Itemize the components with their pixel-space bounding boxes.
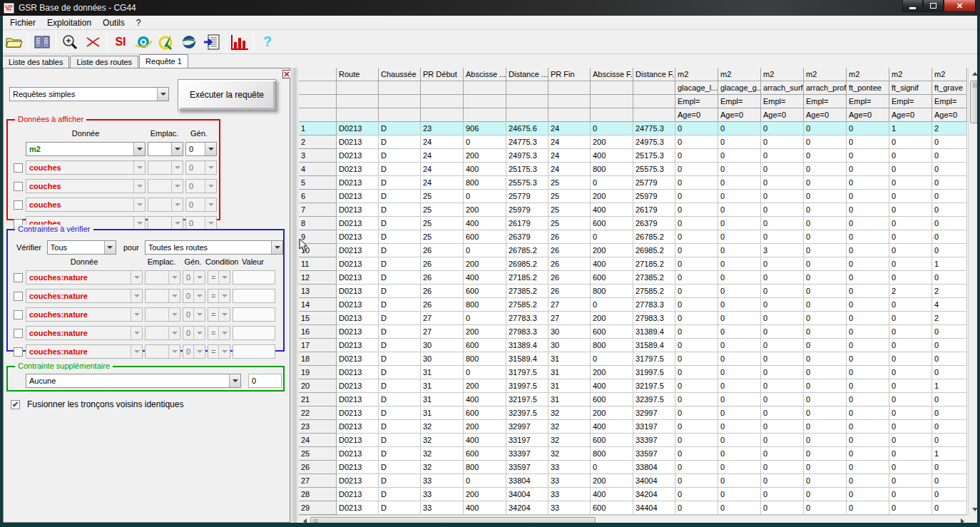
table-cell[interactable]: 0 — [718, 285, 761, 298]
table-cell[interactable]: 0 — [761, 257, 804, 271]
table-cell[interactable]: 0 — [847, 190, 889, 203]
table-cell[interactable]: 0 — [804, 434, 847, 447]
table-cell[interactable]: 0 — [718, 434, 761, 447]
table-cell[interactable]: 0 — [932, 325, 967, 339]
table-cell[interactable]: 0 — [718, 406, 761, 420]
table-cell[interactable]: 2 — [889, 285, 932, 298]
table-cell[interactable]: D0213 — [337, 312, 379, 325]
table-cell[interactable]: 200 — [591, 406, 633, 420]
table-cell[interactable]: 26 — [421, 298, 464, 312]
table-cell[interactable]: 0 — [804, 230, 847, 244]
table-cell[interactable]: D0213 — [337, 434, 379, 447]
table-cell[interactable]: 21 — [299, 393, 337, 406]
table-cell[interactable]: 26179 — [506, 217, 548, 230]
constraint-valeur-field[interactable] — [233, 307, 275, 322]
table-cell[interactable]: 0 — [761, 135, 804, 149]
table-cell[interactable]: 0 — [804, 352, 847, 366]
table-cell[interactable]: 26179 — [633, 203, 675, 217]
table-cell[interactable]: 400 — [464, 434, 506, 447]
table-cell[interactable]: 34004 — [633, 474, 675, 488]
menu-exploitation[interactable]: Exploitation — [41, 16, 97, 29]
row-checkbox[interactable] — [14, 273, 23, 282]
table-cell[interactable]: 0 — [718, 230, 761, 244]
internet-explorer-button[interactable] — [132, 31, 155, 53]
table-cell[interactable]: 400 — [591, 203, 633, 217]
table-cell[interactable]: 33397 — [506, 447, 548, 461]
table-cell[interactable]: 400 — [464, 501, 506, 515]
table-cell[interactable]: 0 — [761, 434, 804, 447]
table-cell[interactable]: 0 — [718, 379, 761, 393]
table-cell[interactable]: D — [379, 217, 421, 230]
table-cell[interactable]: 24775.3 — [506, 135, 548, 149]
table-cell[interactable]: 0 — [718, 339, 761, 352]
table-cell[interactable]: 0 — [889, 190, 932, 203]
row-checkbox[interactable] — [14, 310, 23, 319]
table-cell[interactable]: 0 — [847, 406, 889, 420]
table-cell[interactable]: D — [379, 271, 421, 285]
table-cell[interactable]: 28 — [299, 488, 337, 501]
table-cell[interactable]: 30 — [548, 339, 591, 352]
table-cell[interactable]: 6 — [299, 190, 337, 203]
table-cell[interactable]: 0 — [718, 190, 761, 203]
table-cell[interactable]: 0 — [847, 352, 889, 366]
table-cell[interactable]: D0213 — [337, 244, 379, 257]
table-cell[interactable]: 0 — [932, 474, 967, 488]
table-cell[interactable]: 400 — [464, 393, 506, 406]
table-cell[interactable]: 800 — [464, 352, 506, 366]
table-cell[interactable]: 0 — [675, 257, 718, 271]
table-cell[interactable]: 32 — [548, 434, 591, 447]
table-cell[interactable]: 27185.2 — [506, 271, 548, 285]
menu-outils[interactable]: Outils — [97, 16, 131, 29]
table-cell[interactable]: 20 — [299, 379, 337, 393]
table-cell[interactable]: D — [379, 122, 421, 135]
table-cell[interactable]: 10 — [299, 244, 337, 257]
chart-button[interactable] — [228, 31, 251, 53]
table-cell[interactable]: 800 — [591, 163, 633, 176]
table-cell[interactable]: 25575.3 — [633, 163, 675, 176]
supplementary-value-field[interactable]: 0 — [248, 374, 282, 388]
table-cell[interactable]: 31997.5 — [506, 379, 548, 393]
table-cell[interactable]: 9 — [299, 230, 337, 244]
table-cell[interactable]: 0 — [932, 190, 967, 203]
table-cell[interactable]: 24 — [548, 122, 591, 135]
table-cell[interactable]: D — [379, 163, 421, 176]
minimize-button[interactable] — [902, 0, 923, 12]
table-cell[interactable]: 0 — [889, 447, 932, 461]
table-cell[interactable]: 23 — [421, 122, 464, 135]
table-cell[interactable]: D0213 — [337, 176, 379, 190]
table-cell[interactable]: 0 — [675, 190, 718, 203]
table-cell[interactable]: 25 — [421, 217, 464, 230]
table-cell[interactable]: 19 — [299, 366, 337, 379]
table-cell[interactable]: 0 — [847, 217, 889, 230]
table-cell[interactable]: 27 — [421, 325, 464, 339]
table-cell[interactable]: 0 — [932, 217, 967, 230]
table-cell[interactable]: 0 — [847, 257, 889, 271]
table-cell[interactable]: 0 — [847, 271, 889, 285]
table-cell[interactable]: 34404 — [633, 501, 675, 515]
table-cell[interactable]: 0 — [804, 501, 847, 515]
table-cell[interactable]: 200 — [591, 312, 633, 325]
chevron-down-icon[interactable] — [133, 143, 145, 155]
table-cell[interactable]: 0 — [804, 312, 847, 325]
table-cell[interactable]: 24 — [421, 163, 464, 176]
table-cell[interactable]: 400 — [591, 488, 633, 501]
table-cell[interactable]: 0 — [804, 339, 847, 352]
table-cell[interactable]: D — [379, 190, 421, 203]
table-cell[interactable]: 31589.4 — [506, 352, 548, 366]
table-cell[interactable]: 0 — [889, 434, 932, 447]
table-cell[interactable]: 0 — [889, 135, 932, 149]
table-cell[interactable]: 0 — [932, 149, 967, 163]
table-cell[interactable]: 400 — [591, 420, 633, 434]
table-cell[interactable]: 600 — [591, 217, 633, 230]
table-cell[interactable]: 0 — [847, 149, 889, 163]
merge-checkbox[interactable]: ✔ — [11, 400, 20, 409]
table-cell[interactable]: 14 — [299, 298, 337, 312]
table-cell[interactable]: 0 — [718, 217, 761, 230]
table-cell[interactable]: 0 — [761, 379, 804, 393]
table-cell[interactable]: 600 — [464, 339, 506, 352]
table-cell[interactable]: 0 — [675, 176, 718, 190]
table-cell[interactable]: 2 — [932, 312, 967, 325]
table-cell[interactable]: 33597 — [633, 447, 675, 461]
table-cell[interactable]: 0 — [804, 163, 847, 176]
table-cell[interactable]: 0 — [675, 461, 718, 474]
